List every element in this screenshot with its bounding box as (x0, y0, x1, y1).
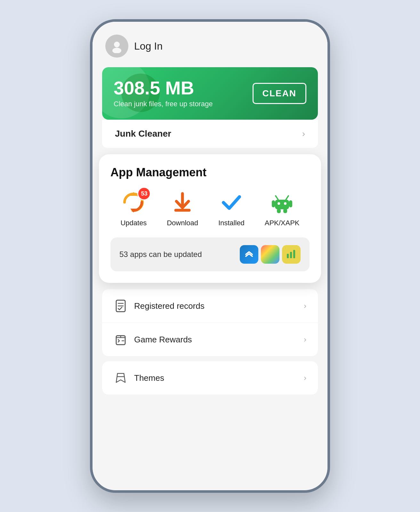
themes-chevron-icon: › (304, 373, 306, 382)
login-button[interactable]: Log In (134, 40, 163, 52)
svg-line-10 (286, 196, 288, 200)
installed-icon-wrap (219, 189, 244, 215)
game-rewards-icon (114, 332, 128, 347)
registered-records-left: Registered records (114, 299, 205, 313)
updates-label: Updates (120, 219, 147, 227)
svg-point-8 (284, 202, 287, 205)
updates-badge: 53 (137, 187, 151, 200)
game-rewards-chevron-icon: › (304, 335, 306, 344)
svg-rect-12 (289, 200, 292, 207)
svg-point-1 (112, 48, 121, 53)
svg-rect-16 (290, 252, 292, 258)
game-rewards-label: Game Rewards (134, 335, 192, 345)
svg-rect-14 (283, 209, 287, 213)
registered-records-item[interactable]: Registered records › (102, 289, 318, 323)
apk-button[interactable]: APK/XAPK (265, 189, 300, 227)
registered-records-label: Registered records (134, 301, 205, 311)
download-label: Download (167, 219, 198, 227)
app-management-title: App Management (110, 166, 310, 179)
junk-cleaner-chevron-icon: › (302, 129, 305, 139)
themes-icon (114, 371, 128, 385)
svg-rect-11 (272, 200, 275, 207)
download-button[interactable]: Download (167, 189, 198, 227)
themes-item[interactable]: Themes › (102, 361, 318, 395)
themes-section: Themes › (102, 361, 318, 395)
installed-checkmark-icon (221, 192, 242, 213)
app-icon-2 (261, 245, 279, 264)
update-banner[interactable]: 53 apps can be updated (110, 237, 310, 271)
junk-banner: 308.5 MB Clean junk files, free up stora… (102, 67, 318, 120)
themes-left: Themes (114, 371, 164, 385)
apk-label: APK/XAPK (265, 219, 300, 227)
svg-point-7 (278, 202, 280, 205)
junk-cleaner-label: Junk Cleaner (115, 129, 171, 139)
app-icon-1 (240, 245, 258, 264)
app-management-icons: 53 Updates Download (110, 189, 310, 227)
registered-records-chevron-icon: › (304, 301, 306, 310)
installed-label: Installed (218, 219, 245, 227)
updates-button[interactable]: 53 Updates (120, 189, 147, 227)
game-rewards-left: Game Rewards (114, 332, 192, 347)
phone-frame: Log In 308.5 MB Clean junk files, free u… (90, 19, 330, 493)
svg-rect-6 (275, 200, 289, 209)
registered-records-icon (114, 299, 128, 313)
download-icon-wrap (170, 189, 195, 215)
svg-rect-13 (277, 209, 281, 213)
themes-label: Themes (134, 373, 164, 383)
app-icon-3 (282, 245, 301, 264)
svg-line-9 (276, 196, 278, 200)
download-icon (172, 192, 193, 213)
app-management-card: App Management 53 (99, 154, 321, 283)
banner-info: 308.5 MB Clean junk files, free up stora… (114, 79, 213, 108)
update-banner-text: 53 apps can be updated (119, 250, 202, 259)
header: Log In (93, 22, 327, 64)
installed-button[interactable]: Installed (218, 189, 245, 227)
avatar (105, 35, 128, 58)
svg-point-0 (114, 42, 120, 47)
game-rewards-item[interactable]: Game Rewards › (102, 323, 318, 356)
junk-cleaner-row[interactable]: Junk Cleaner › (102, 120, 318, 148)
apk-icon-wrap (269, 189, 295, 215)
app-icons-row (240, 245, 301, 264)
clean-button[interactable]: CLEAN (253, 83, 306, 104)
banner-subtitle: Clean junk files, free up storage (114, 100, 213, 108)
junk-size: 308.5 MB (114, 79, 213, 97)
android-icon (271, 191, 294, 214)
svg-rect-17 (293, 250, 295, 258)
svg-rect-15 (287, 254, 289, 258)
phone-screen: Log In 308.5 MB Clean junk files, free u… (93, 22, 327, 490)
menu-section: Registered records › Game Rewards › (102, 289, 318, 356)
updates-icon-wrap: 53 (121, 189, 146, 215)
